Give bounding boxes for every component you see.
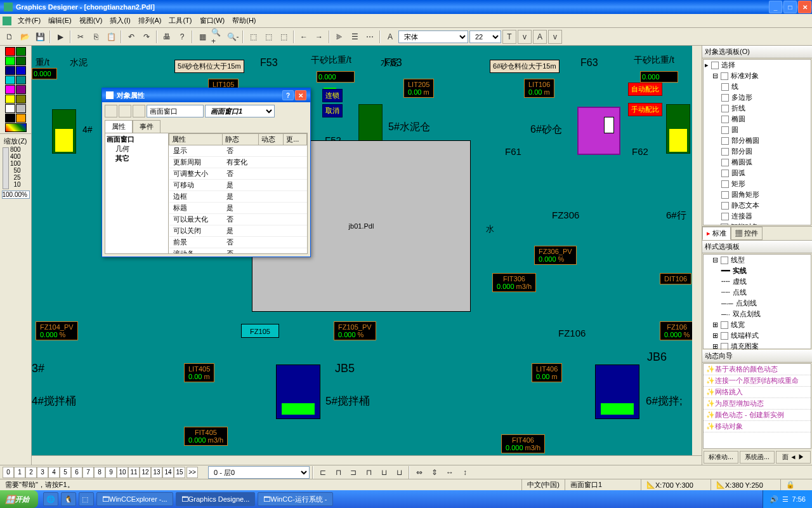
- system-tray[interactable]: 🔊 ☰ 7:56: [763, 490, 812, 508]
- btn-lock[interactable]: 连锁: [322, 89, 343, 102]
- obj-item[interactable]: 圆弧: [704, 168, 811, 178]
- obj-item[interactable]: 椭圆: [704, 114, 811, 124]
- dyn-item[interactable]: ✨连接一个原型到结构或重命: [704, 375, 811, 387]
- obj-item[interactable]: 折线: [704, 103, 811, 114]
- cut-icon[interactable]: ✂: [74, 30, 88, 44]
- arrow-right-icon[interactable]: →: [312, 30, 326, 44]
- misc2-icon[interactable]: ⬚: [261, 30, 275, 44]
- layer-button[interactable]: 13: [151, 467, 162, 478]
- ql-desktop-icon[interactable]: ⬚: [79, 492, 94, 506]
- color-swatch[interactable]: [16, 66, 26, 75]
- btn-cancel[interactable]: 取消: [322, 104, 343, 117]
- color-swatch[interactable]: [16, 47, 26, 56]
- obj-item[interactable]: 矩形: [704, 178, 811, 189]
- tab-standard[interactable]: ▸ 标准: [702, 227, 731, 240]
- dyn-item[interactable]: ✨移动对象: [704, 421, 811, 432]
- halign-icon[interactable]: A: [533, 30, 547, 44]
- valign2-icon[interactable]: v: [548, 30, 562, 44]
- align-c-icon[interactable]: ⊓: [331, 465, 345, 479]
- color-swatch[interactable]: [5, 47, 15, 56]
- ql-qq-icon[interactable]: 🐧: [61, 492, 76, 506]
- align1-icon[interactable]: ⫸: [332, 30, 346, 44]
- align-t-icon[interactable]: ⊓: [362, 465, 376, 479]
- obj-item[interactable]: 多边形: [704, 92, 811, 103]
- menu-insert[interactable]: 插入(I): [106, 15, 134, 27]
- start-button[interactable]: 🪟 开始: [0, 490, 38, 508]
- task-wincc-explorer[interactable]: 🗔 WinCCExplorer -...: [96, 492, 173, 506]
- dialog-close-button[interactable]: ✕: [295, 90, 306, 100]
- valign-icon[interactable]: v: [518, 30, 532, 44]
- layer-button[interactable]: 4: [48, 467, 60, 478]
- color-swatch[interactable]: [16, 57, 26, 65]
- layer-button[interactable]: 12: [140, 467, 151, 478]
- minimize-button[interactable]: _: [769, 1, 782, 13]
- layer-button[interactable]: 10: [117, 467, 128, 478]
- grid-icon[interactable]: ▦: [195, 30, 209, 44]
- menu-edit[interactable]: 编辑(E): [44, 15, 75, 27]
- obj-item[interactable]: 部分椭圆: [704, 135, 811, 146]
- dyn-item[interactable]: ✨网络跳入: [704, 387, 811, 398]
- obj-item[interactable]: 部分圆: [704, 146, 811, 157]
- obj-item[interactable]: 椭圆弧: [704, 157, 811, 168]
- copy-icon[interactable]: ⎘: [89, 30, 103, 44]
- tray-icon[interactable]: ☰: [782, 495, 789, 504]
- task-graphics-designer[interactable]: 🗔 Graphics Designe...: [176, 492, 256, 506]
- dialog-tree[interactable]: 画面窗口 几何 其它: [105, 133, 169, 253]
- layer-select[interactable]: 0 - 层0: [208, 466, 310, 479]
- dialog-grid[interactable]: 属性静态动态更... 显示否更新周期有变化可调整大小否可移动是边框是标题是可以最…: [169, 133, 307, 253]
- same-w-icon[interactable]: ↔: [443, 465, 457, 479]
- bold-icon[interactable]: T: [502, 30, 516, 44]
- redo-icon[interactable]: ↷: [140, 30, 154, 44]
- object-type-field[interactable]: [147, 105, 204, 117]
- obj-item[interactable]: 静态文本: [704, 200, 811, 211]
- dropper2-icon[interactable]: [133, 105, 145, 117]
- layer-button[interactable]: 0: [3, 467, 14, 478]
- color-swatch[interactable]: [16, 104, 26, 113]
- dist-v-icon[interactable]: ⇕: [428, 465, 442, 479]
- canvas-h-scrollbar[interactable]: [32, 455, 702, 465]
- dropper1-icon[interactable]: [119, 105, 131, 117]
- zoom-slider[interactable]: [3, 147, 9, 189]
- zoom-input[interactable]: [2, 190, 30, 199]
- close-button[interactable]: ✕: [798, 1, 811, 13]
- print-icon[interactable]: 🖶: [160, 30, 174, 44]
- layer-button[interactable]: 9: [105, 467, 117, 478]
- color-swatch[interactable]: [5, 57, 15, 65]
- obj-item[interactable]: 圆角矩形: [704, 189, 811, 200]
- zoomout-icon[interactable]: 🔍-: [226, 30, 240, 44]
- align-l-icon[interactable]: ⊏: [316, 465, 330, 479]
- color-swatch[interactable]: [5, 76, 15, 84]
- new-icon[interactable]: 🗋: [3, 30, 16, 44]
- layer-button[interactable]: 5: [60, 467, 71, 478]
- dyn-btn-2[interactable]: 系统函...: [740, 451, 775, 464]
- menu-file[interactable]: 文件(F): [14, 15, 44, 27]
- color-swatch[interactable]: [5, 95, 15, 104]
- align3-icon[interactable]: ⋯: [363, 30, 377, 44]
- color-custom[interactable]: [5, 123, 27, 132]
- layer-more[interactable]: >>: [187, 467, 198, 478]
- save-icon[interactable]: 💾: [33, 30, 47, 44]
- obj-item[interactable]: 连接器: [704, 211, 811, 222]
- style-palette[interactable]: ⊟线型 ━━ 实线 ╌╌ 虚线 ┄┄ 点线 ─·─ 点划线 ─·· 双点划线 ⊞…: [703, 254, 811, 349]
- align-r-icon[interactable]: ⊐: [346, 465, 360, 479]
- undo-icon[interactable]: ↶: [124, 30, 138, 44]
- layer-button[interactable]: 7: [82, 467, 94, 478]
- layer-button[interactable]: 3: [37, 467, 48, 478]
- tree-geom[interactable]: 几何: [107, 144, 167, 154]
- btn-auto[interactable]: 自动配比: [628, 83, 662, 96]
- dyn-item[interactable]: ✨基于表格的颜色动态: [704, 364, 811, 375]
- pin-icon[interactable]: [105, 105, 117, 117]
- color-swatch[interactable]: [16, 85, 26, 94]
- dialog-help-button[interactable]: ?: [282, 90, 294, 100]
- align2-icon[interactable]: ☰: [348, 30, 362, 44]
- color-swatch[interactable]: [5, 104, 15, 113]
- menu-view[interactable]: 视图(V): [75, 15, 107, 27]
- obj-standard[interactable]: 标准对象: [731, 71, 759, 81]
- obj-item[interactable]: 线: [704, 81, 811, 92]
- btn-manual[interactable]: 手动配比: [628, 103, 662, 116]
- color-swatch[interactable]: [5, 66, 15, 75]
- align-b-icon[interactable]: ⊔: [392, 465, 406, 479]
- dyn-btn-1[interactable]: 标准动...: [704, 451, 738, 464]
- dyn-btn-3[interactable]: 面 ◄ ▶: [776, 451, 811, 464]
- fontsize-select[interactable]: 22: [469, 30, 501, 43]
